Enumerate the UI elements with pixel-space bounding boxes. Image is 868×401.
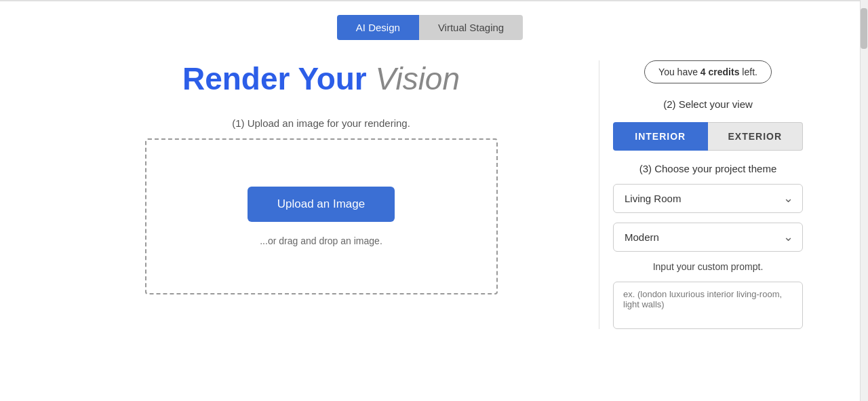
main-title: Render Your Vision <box>182 60 460 97</box>
upload-zone[interactable]: Upload an Image ...or drag and drop an i… <box>145 138 498 294</box>
drag-drop-text: ...or drag and drop an image. <box>260 235 382 246</box>
tabs-container: AI Design Virtual Staging <box>337 15 523 40</box>
view-toggle: INTERIOR EXTERIOR <box>613 122 803 151</box>
custom-prompt-input[interactable] <box>613 282 803 329</box>
credits-bold: credits <box>709 66 740 77</box>
room-type-select[interactable]: Living Room Bedroom Kitchen Bathroom Off… <box>613 184 803 213</box>
left-panel: Render Your Vision (1) Upload an image f… <box>43 60 599 329</box>
credits-badge: You have 4 credits left. <box>644 60 772 83</box>
title-main: Render Your <box>182 61 376 96</box>
view-exterior-button[interactable]: EXTERIOR <box>708 122 804 151</box>
title-italic: Vision <box>376 61 460 96</box>
content-wrapper: Render Your Vision (1) Upload an image f… <box>43 60 816 329</box>
credits-suffix: left. <box>739 66 757 77</box>
custom-prompt-label: Input your custom prompt. <box>613 261 803 272</box>
room-type-wrapper: Living Room Bedroom Kitchen Bathroom Off… <box>613 184 803 213</box>
tab-virtual-staging[interactable]: Virtual Staging <box>419 15 523 40</box>
theme-section: (3) Choose your project theme Living Roo… <box>613 163 803 329</box>
style-wrapper: Modern Contemporary Minimalist Tradition… <box>613 223 803 252</box>
tab-ai-design[interactable]: AI Design <box>337 15 419 40</box>
upload-instruction: (1) Upload an image for your rendering. <box>232 117 410 129</box>
credits-prefix: You have <box>658 66 701 77</box>
style-select[interactable]: Modern Contemporary Minimalist Tradition… <box>613 223 803 252</box>
upload-button[interactable]: Upload an Image <box>248 187 395 222</box>
view-interior-button[interactable]: INTERIOR <box>613 122 708 151</box>
right-panel: You have 4 credits left. (2) Select your… <box>599 60 816 329</box>
select-view-label: (2) Select your view <box>663 98 753 110</box>
choose-theme-label: (3) Choose your project theme <box>613 163 803 174</box>
credits-count: 4 <box>701 66 706 77</box>
